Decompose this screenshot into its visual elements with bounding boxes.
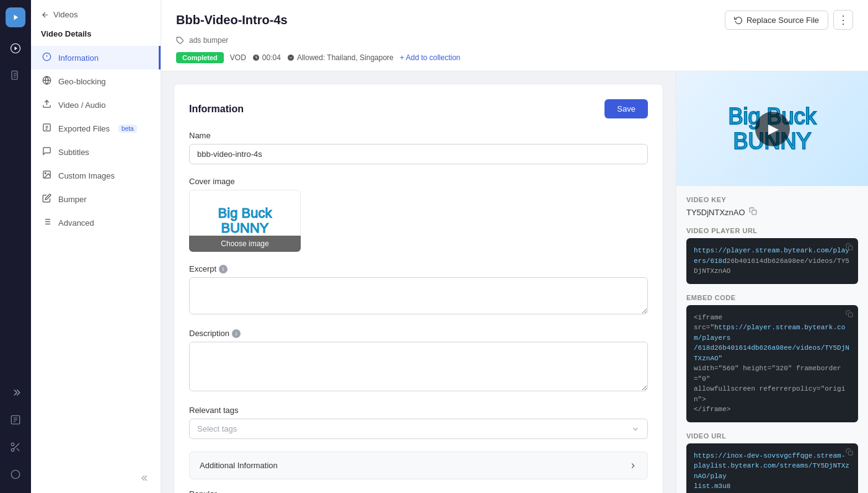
form-card-header: Information Save [189, 99, 648, 118]
video-audio-icon [41, 99, 52, 110]
more-options-button[interactable]: ⋮ [833, 10, 853, 30]
nav-file[interactable] [4, 409, 27, 431]
sidebar-item-exported-files[interactable]: Exported Files beta [31, 117, 161, 140]
sidebar-item-label: Exported Files [58, 124, 110, 133]
sidebar-item-information[interactable]: Information [31, 46, 161, 69]
video-preview[interactable]: Big Buck BUNNY ▶ [676, 71, 868, 186]
page-title: Bbb-Video-Intro-4s [176, 13, 288, 27]
cover-image-container: Big Buck BUNNY Choose image [189, 190, 301, 252]
copy-video-key-button[interactable] [749, 207, 757, 217]
player-url-section: Video Player URL https://player.stream.b… [686, 227, 858, 284]
icon-bar [0, 0, 31, 493]
copy-video-url-button[interactable] [846, 448, 853, 458]
name-input[interactable] [189, 144, 648, 164]
main-content: Bbb-Video-Intro-4s Replace Source File ⋮… [161, 0, 868, 493]
tags-placeholder: Select tags [197, 424, 237, 433]
popular-label: Popular [189, 489, 648, 493]
play-icon: ▶ [768, 121, 779, 137]
right-panel-content: Video Key TY5DjNTXznAO Video Player URL … [676, 186, 868, 493]
sidebar-item-label: Advanced [58, 218, 94, 228]
video-url-label: Video URL [686, 432, 858, 440]
sidebar-item-video-audio[interactable]: Video / Audio [31, 93, 161, 117]
copy-embed-code-button[interactable] [846, 310, 853, 319]
geo-blocking-icon [41, 76, 52, 87]
choose-image-button[interactable]: Choose image [189, 236, 301, 252]
cover-image-group: Cover image Big Buck BUNNY Choose image [189, 177, 648, 252]
replace-source-label: Replace Source File [746, 16, 819, 25]
bbb-logo-line2: BUNNY [218, 221, 272, 236]
sidebar-item-advanced[interactable]: Advanced [31, 211, 161, 234]
svg-line-8 [17, 448, 19, 451]
tags-select[interactable]: Select tags [189, 419, 648, 439]
svg-point-6 [11, 448, 14, 451]
type-label: VOD [230, 53, 246, 62]
description-label: Description i [189, 329, 648, 338]
embed-code-value: <iframe src="https://player.stream.bytea… [694, 313, 851, 415]
back-button[interactable]: Videos [31, 0, 161, 24]
sidebar-title: Video Details [31, 24, 161, 46]
copy-player-url-button[interactable] [846, 243, 853, 252]
sidebar-item-custom-images[interactable]: Custom Images [31, 164, 161, 187]
sidebar-item-label: Geo-blocking [58, 77, 106, 86]
description-info-icon: i [232, 329, 241, 338]
sidebar-item-geo-blocking[interactable]: Geo-blocking [31, 69, 161, 93]
svg-point-9 [11, 470, 20, 479]
chevron-right-icon [629, 461, 637, 470]
additional-info-title: Additional Information [200, 461, 278, 470]
player-url-label: Video Player URL [686, 227, 858, 234]
additional-info-section[interactable]: Additional Information [189, 451, 648, 479]
tags-group: Relevant tags Select tags [189, 406, 648, 439]
nav-document[interactable] [4, 64, 27, 87]
nav-chevron[interactable] [4, 381, 27, 404]
bbb-logo-line1: Big Buck [218, 206, 272, 221]
video-url-code-block: https://inox-dev-sovsvgcffqge.stream-pla… [686, 443, 858, 494]
embed-code-block: <iframe src="https://player.stream.bytea… [686, 305, 858, 422]
svg-rect-30 [849, 313, 853, 317]
subtitles-icon [41, 146, 52, 158]
header-actions: Replace Source File ⋮ [725, 10, 853, 30]
save-button[interactable]: Save [604, 99, 648, 118]
svg-marker-2 [15, 47, 18, 50]
form-panel: Information Save Name Cover image [161, 71, 676, 493]
information-icon [41, 52, 52, 63]
beta-badge: beta [118, 125, 136, 133]
information-card: Information Save Name Cover image [174, 84, 663, 493]
category-label: ads bumper [189, 36, 228, 45]
sidebar-item-label: Information [58, 53, 99, 63]
advanced-icon [41, 217, 52, 228]
sidebar: Videos Video Details Information Geo-blo… [31, 0, 161, 493]
svg-rect-31 [849, 451, 853, 455]
description-group: Description i [189, 329, 648, 393]
nav-play[interactable] [4, 37, 27, 60]
sidebar-item-label: Custom Images [58, 171, 115, 180]
custom-images-icon [41, 170, 52, 181]
right-panel: Big Buck BUNNY ▶ Video Key TY5DjNTXznAO [676, 71, 868, 493]
video-key-label: Video Key [686, 196, 858, 203]
chevron-down-icon [631, 425, 640, 433]
page-header: Bbb-Video-Intro-4s Replace Source File ⋮… [161, 0, 868, 71]
sidebar-item-bumper[interactable]: Bumper [31, 187, 161, 211]
svg-rect-28 [752, 210, 756, 215]
bumper-icon [41, 193, 52, 205]
description-input[interactable] [189, 342, 648, 391]
name-label: Name [189, 131, 648, 140]
allowed-regions: Allowed: Thailand, Singapore [287, 53, 394, 62]
sidebar-item-subtitles[interactable]: Subtitles [31, 140, 161, 164]
sidebar-item-label: Bumper [58, 195, 87, 204]
nav-circle[interactable] [4, 463, 27, 486]
nav-scissors[interactable] [4, 436, 27, 458]
cover-image-label: Cover image [189, 177, 648, 186]
excerpt-group: Excerpt i [189, 264, 648, 316]
video-play-button[interactable]: ▶ [755, 112, 790, 146]
svg-point-5 [11, 443, 14, 446]
video-url-value: https://inox-dev-sovsvgcffqge.stream-pla… [694, 451, 851, 492]
sidebar-item-label: Subtitles [58, 148, 89, 157]
excerpt-info-icon: i [219, 265, 228, 273]
content-area: Information Save Name Cover image [161, 71, 868, 493]
player-url-code-block: https://player.stream.byteark.com/player… [686, 238, 858, 284]
app-logo[interactable] [6, 7, 25, 27]
add-to-collection-button[interactable]: + Add to collection [400, 53, 461, 62]
excerpt-input[interactable] [189, 277, 648, 314]
sidebar-collapse-button[interactable] [31, 463, 161, 493]
replace-source-button[interactable]: Replace Source File [725, 11, 828, 30]
